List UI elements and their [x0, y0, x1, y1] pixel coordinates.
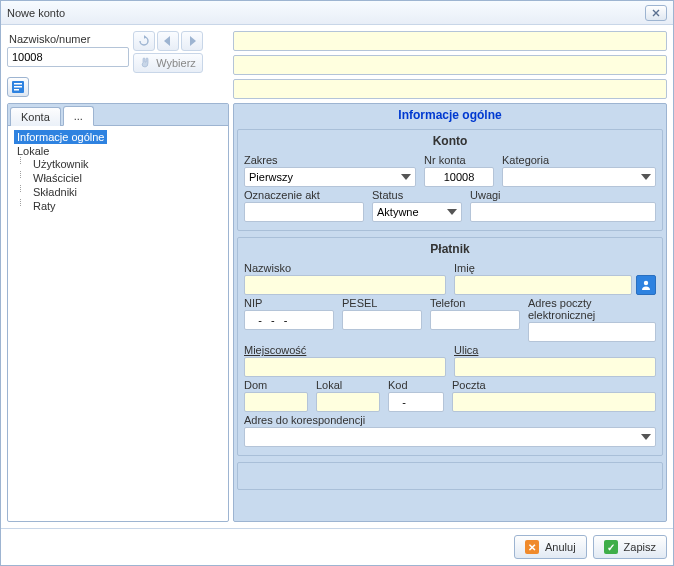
- lokal-label: Lokal: [316, 379, 380, 391]
- telefon-input[interactable]: [430, 310, 520, 330]
- kategoria-label: Kategoria: [502, 154, 656, 166]
- tree-item-wlasciciel[interactable]: Właściciel: [30, 171, 224, 185]
- right-panel: Informacje ogólne Konto Zakres Pierwszy …: [233, 31, 667, 522]
- kod-label: Kod: [388, 379, 444, 391]
- wybierz-button[interactable]: Wybierz: [133, 53, 203, 73]
- email-label: Adres poczty elektronicznej: [528, 297, 656, 321]
- nrkonta-input[interactable]: [424, 167, 494, 187]
- imie-label: Imię: [454, 262, 656, 274]
- ulica-input[interactable]: [454, 357, 656, 377]
- svg-point-7: [644, 281, 648, 285]
- hand-icon: [140, 57, 152, 69]
- section-platnik: Płatnik Nazwisko Imię: [237, 237, 663, 456]
- poczta-input[interactable]: [452, 392, 656, 412]
- svg-marker-0: [144, 35, 146, 39]
- left-tabs: Konta ... Informacje ogólne Lokale Użytk…: [7, 103, 229, 522]
- oznaczenie-input[interactable]: [244, 202, 364, 222]
- uwagi-input[interactable]: [470, 202, 656, 222]
- top-input-2[interactable]: [233, 55, 667, 75]
- tabstrip: Konta ...: [8, 104, 228, 126]
- tree-item-uzytkownik[interactable]: Użytkownik: [30, 157, 224, 171]
- anuluj-button[interactable]: ✕ Anuluj: [514, 535, 587, 559]
- window-title: Nowe konto: [7, 7, 645, 19]
- nip-label: NIP: [244, 297, 334, 309]
- dom-input[interactable]: [244, 392, 308, 412]
- svg-rect-5: [14, 86, 22, 88]
- nip-input[interactable]: [244, 310, 334, 330]
- pesel-input[interactable]: [342, 310, 422, 330]
- zakres-select[interactable]: Pierwszy: [244, 167, 416, 187]
- oznaczenie-label: Oznaczenie akt: [244, 189, 364, 201]
- status-label: Status: [372, 189, 462, 201]
- save-icon: ✓: [604, 540, 618, 554]
- main-panel: Informacje ogólne Konto Zakres Pierwszy …: [233, 103, 667, 522]
- section-konto: Konto Zakres Pierwszy Nr konta: [237, 129, 663, 231]
- left-panel: Nazwisko/numer: [7, 31, 229, 522]
- imie-input[interactable]: [454, 275, 632, 295]
- person-picker-button[interactable]: [636, 275, 656, 295]
- arrow-right-icon: [188, 36, 196, 46]
- kod-input[interactable]: [388, 392, 444, 412]
- cancel-icon: ✕: [525, 540, 539, 554]
- section-konto-title: Konto: [244, 132, 656, 152]
- footer: ✕ Anuluj ✓ Zapisz: [1, 528, 673, 565]
- uwagi-label: Uwagi: [470, 189, 656, 201]
- nazwisko-label: Nazwisko: [244, 262, 446, 274]
- tree-item-raty[interactable]: Raty: [30, 199, 224, 213]
- zakres-label: Zakres: [244, 154, 416, 166]
- titlebar: Nowe konto: [1, 1, 673, 25]
- nazwisko-input[interactable]: [244, 275, 446, 295]
- form-icon: [11, 80, 25, 94]
- lokal-input[interactable]: [316, 392, 380, 412]
- panel-header: Informacje ogólne: [234, 104, 666, 126]
- koresp-select[interactable]: [244, 427, 656, 447]
- tree: Informacje ogólne Lokale Użytkownik Właś…: [8, 126, 228, 521]
- koresp-label: Adres do korespondencji: [244, 414, 656, 426]
- wybierz-label: Wybierz: [156, 57, 196, 69]
- zapisz-button[interactable]: ✓ Zapisz: [593, 535, 667, 559]
- top-input-1[interactable]: [233, 31, 667, 51]
- kategoria-select[interactable]: [502, 167, 656, 187]
- close-icon: [652, 9, 660, 17]
- id-label: Nazwisko/numer: [9, 33, 129, 45]
- email-input[interactable]: [528, 322, 656, 342]
- tab-current[interactable]: ...: [63, 106, 94, 126]
- id-input[interactable]: [7, 47, 129, 67]
- svg-marker-1: [164, 36, 170, 46]
- next-button[interactable]: [181, 31, 203, 51]
- tree-item-informacje-ogolne[interactable]: Informacje ogólne: [14, 130, 224, 144]
- pesel-label: PESEL: [342, 297, 422, 309]
- svg-marker-2: [190, 36, 196, 46]
- anuluj-label: Anuluj: [545, 541, 576, 553]
- status-select[interactable]: Aktywne: [372, 202, 462, 222]
- miejscowosc-input[interactable]: [244, 357, 446, 377]
- svg-rect-4: [14, 83, 22, 85]
- miejscowosc-label: Miejscowość: [244, 344, 446, 356]
- poczta-label: Poczta: [452, 379, 656, 391]
- section-platnik-title: Płatnik: [244, 240, 656, 260]
- section-empty: [237, 462, 663, 490]
- person-icon: [640, 279, 652, 291]
- tree-item-lokale[interactable]: Lokale Użytkownik Właściciel Składniki R…: [14, 144, 224, 214]
- arrow-left-icon: [164, 36, 172, 46]
- window-close-button[interactable]: [645, 5, 667, 21]
- nrkonta-label: Nr konta: [424, 154, 494, 166]
- svg-rect-6: [14, 89, 19, 91]
- tab-konta[interactable]: Konta: [10, 107, 61, 126]
- ulica-label: Ulica: [454, 344, 656, 356]
- zapisz-label: Zapisz: [624, 541, 656, 553]
- window: Nowe konto Nazwisko/numer: [0, 0, 674, 566]
- telefon-label: Telefon: [430, 297, 520, 309]
- prev-button[interactable]: [157, 31, 179, 51]
- refresh-button[interactable]: [133, 31, 155, 51]
- top-input-3[interactable]: [233, 79, 667, 99]
- tree-item-skladniki[interactable]: Składniki: [30, 185, 224, 199]
- dom-label: Dom: [244, 379, 308, 391]
- refresh-icon: [138, 35, 150, 47]
- details-button[interactable]: [7, 77, 29, 97]
